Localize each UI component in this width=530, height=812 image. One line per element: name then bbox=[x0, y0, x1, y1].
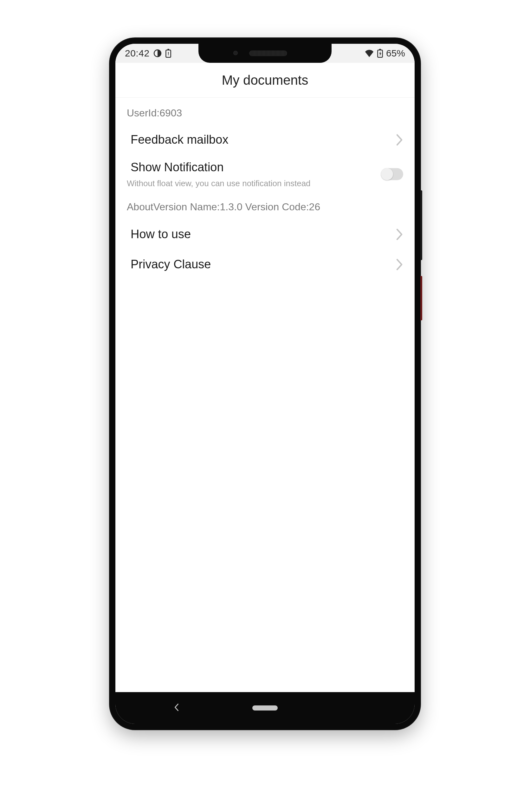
svg-rect-2 bbox=[167, 49, 169, 50]
title-bar: My documents bbox=[115, 63, 415, 98]
system-nav-bar bbox=[115, 692, 415, 724]
app-body: My documents UserId:6903 Feedback mailbo… bbox=[115, 63, 415, 692]
toggle-thumb bbox=[381, 168, 393, 180]
svg-rect-5 bbox=[379, 49, 381, 50]
row-how-to-use[interactable]: How to use bbox=[115, 219, 415, 249]
screen: 20:42 ! 65% My documents bbox=[115, 44, 415, 724]
content: UserId:6903 Feedback mailbox Show Notifi… bbox=[115, 98, 415, 279]
chevron-right-icon bbox=[396, 133, 403, 146]
user-id-label: UserId:6903 bbox=[115, 98, 415, 125]
volume-button bbox=[420, 190, 422, 260]
row-how-to-use-label: How to use bbox=[131, 228, 191, 241]
nav-back-button[interactable] bbox=[173, 703, 181, 713]
speaker-grille bbox=[249, 50, 287, 56]
battery-percent: 65% bbox=[386, 48, 405, 59]
about-version-text: AboutVersion Name:1.3.0 Version Code:26 bbox=[115, 190, 415, 219]
row-feedback-mailbox[interactable]: Feedback mailbox bbox=[115, 125, 415, 155]
front-camera bbox=[233, 51, 238, 55]
chevron-right-icon bbox=[396, 228, 403, 241]
chevron-right-icon bbox=[396, 258, 403, 271]
wifi-icon bbox=[365, 49, 374, 57]
phone-frame: 20:42 ! 65% My documents bbox=[110, 38, 420, 729]
page-title: My documents bbox=[222, 73, 308, 88]
notch bbox=[198, 44, 332, 63]
row-privacy-clause[interactable]: Privacy Clause bbox=[115, 249, 415, 279]
nav-home-pill[interactable] bbox=[252, 706, 278, 710]
show-notification-toggle[interactable] bbox=[381, 168, 403, 180]
row-show-notification: Show Notification Without float view, yo… bbox=[115, 155, 415, 190]
status-right: 65% bbox=[365, 48, 405, 59]
power-button bbox=[420, 276, 422, 320]
low-battery-device-icon: ! bbox=[165, 49, 171, 58]
status-left: 20:42 ! bbox=[125, 48, 171, 59]
row-privacy-label: Privacy Clause bbox=[131, 258, 211, 271]
show-notification-description: Without float view, you can use notifica… bbox=[127, 178, 381, 188]
svg-text:!: ! bbox=[167, 51, 169, 56]
battery-charging-icon bbox=[377, 49, 383, 58]
status-time: 20:42 bbox=[125, 48, 150, 59]
show-notification-label: Show Notification bbox=[131, 160, 381, 174]
row-feedback-label: Feedback mailbox bbox=[131, 133, 228, 147]
app-status-icon bbox=[153, 49, 162, 57]
